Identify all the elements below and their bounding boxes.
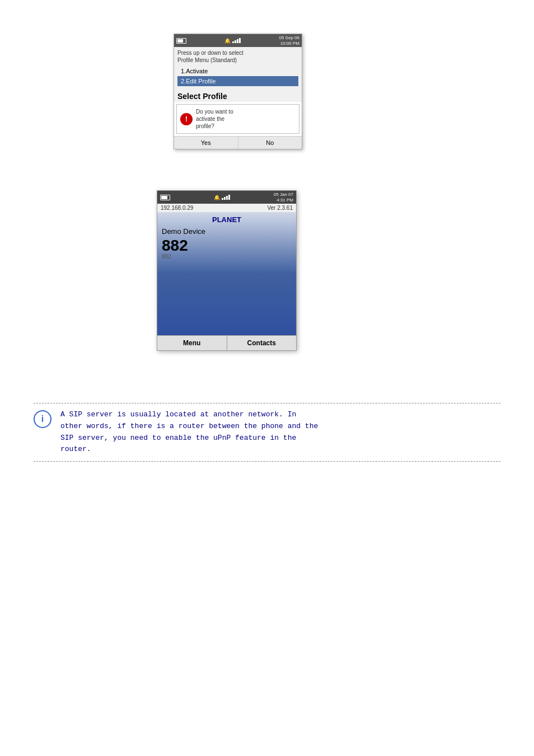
screen2-signal-icon [222,195,230,200]
screen1-dialog-text: Do you want to activate the profile? [196,108,233,130]
screen1-datetime: 05 Sep 06 10:00 PM [279,35,299,46]
screen2-ip: 192.168.0.29 [161,205,193,211]
screen1-signal-icon [232,38,241,43]
info-note-container: i A SIP server is usually located at ano… [34,403,500,462]
screen1-dialog-body: ! Do you want to activate the profile? [176,104,299,134]
screen2-status-icons: 🔔 [214,195,230,200]
screen2-device-name: Demo Device [162,227,292,236]
screen2-battery-icon [160,195,170,200]
screen2-info-bar: 192.168.0.29 Ver 2.3.61 [157,204,296,212]
screen2-sound-icon: 🔔 [214,195,220,200]
screen2-bottombar: Menu Contacts [157,335,296,350]
info-note-text: A SIP server is usually located at anoth… [60,409,318,456]
warning-icon: ! [180,113,193,125]
menu-button[interactable]: Menu [157,336,227,350]
screen1-menu-item-2[interactable]: 2.Edit Profile [177,76,298,86]
screen1-body: Press up or down to select Profile Menu … [174,47,302,88]
screen2-extension-large: 882 [162,238,292,253]
screen1-battery-icon [176,38,186,44]
screen2-extension-small: 882 [162,253,292,260]
info-icon: i [34,410,51,428]
screen1-status-icons: 🔔 [224,38,241,44]
no-button[interactable]: No [238,137,302,149]
screen2-phone: 🔔 05 Jan 07 4:31 PM 192.168.0.29 Ver 2.3… [157,190,297,351]
yes-button[interactable]: Yes [174,137,238,149]
screen1-statusbar: 🔔 05 Sep 06 10:00 PM [174,34,302,47]
screen1-sound-icon: 🔔 [224,38,231,44]
screen2-statusbar: 🔔 05 Jan 07 4:31 PM [157,191,296,204]
screen2-datetime: 05 Jan 07 4:31 PM [274,192,293,203]
screen2-left-icons [160,195,170,200]
screen1-instruction: Press up or down to select Profile Menu … [177,49,298,64]
screen2-version: Ver 2.3.61 [267,205,293,211]
contacts-button[interactable]: Contacts [227,336,297,350]
screen2-body: PLANET Demo Device 882 882 [157,212,296,335]
screen1-menu-item-1[interactable]: 1.Activate [177,66,298,76]
screen1-dialog-title: Select Profile [174,88,302,102]
screen2-company: PLANET [162,215,292,224]
screen1-dialog-buttons: Yes No [174,136,302,149]
screen1-phone: 🔔 05 Sep 06 10:00 PM Press up or down to… [174,34,302,149]
